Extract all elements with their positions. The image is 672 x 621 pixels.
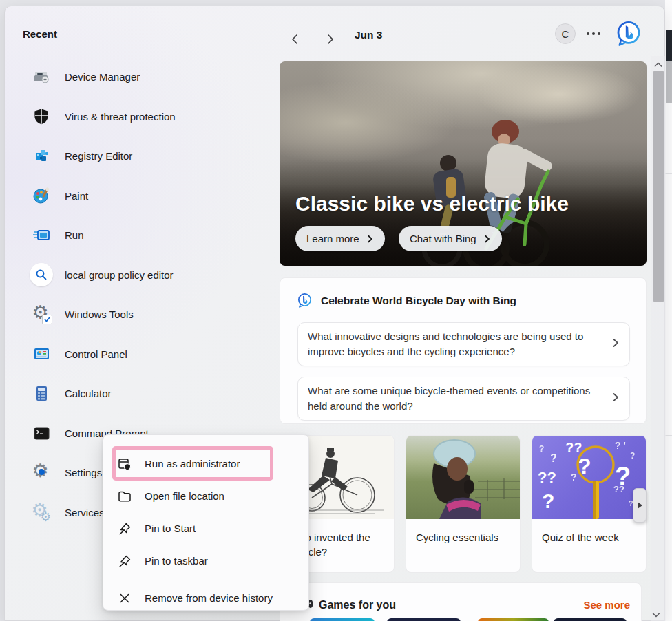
- quiz-image: ? ? ?? ? ' ? ?? ? ? ?? ? ? ?: [532, 436, 646, 519]
- bing-icon: [615, 20, 642, 48]
- menu-item-label: Remove from device history: [145, 592, 273, 604]
- account-avatar[interactable]: C: [555, 23, 576, 44]
- scrollbar-thumb[interactable]: [653, 71, 664, 302]
- chevron-down-icon: [650, 611, 662, 619]
- recent-item-label: Paint: [65, 190, 88, 202]
- pin-icon: [117, 554, 132, 569]
- recent-item-label: Settings: [65, 467, 102, 478]
- chevron-right-icon: [366, 235, 374, 243]
- card-cycling-essentials[interactable]: Cycling essentials: [406, 435, 521, 573]
- date-label: Jun 3: [355, 29, 382, 41]
- recent-item-run[interactable]: Run: [23, 223, 271, 246]
- scrollbar-up-button[interactable]: [653, 59, 663, 71]
- question-text: What are some unique bicycle-themed even…: [308, 383, 602, 414]
- recent-item-label: Control Panel: [65, 348, 127, 360]
- background-window-titlebar: [666, 30, 672, 61]
- card-title: Cycling essentials: [416, 530, 513, 545]
- pin-icon: [117, 521, 132, 536]
- windows-tools-icon: ⚙: [30, 302, 53, 326]
- chevron-up-icon: [653, 61, 663, 68]
- chevron-right-icon: [324, 34, 335, 45]
- run-as-admin-icon: [117, 456, 132, 472]
- recent-item-label: Device Manager: [65, 71, 140, 83]
- folder-icon: [117, 489, 132, 504]
- recent-item-label: Services: [65, 507, 105, 518]
- menu-item-label: Run as administrator: [145, 458, 240, 470]
- forward-button[interactable]: [320, 30, 339, 49]
- hero-card[interactable]: Classic bike vs electric bike Learn more…: [280, 61, 647, 266]
- more-options-button[interactable]: [587, 32, 600, 35]
- card-quiz-of-the-week[interactable]: ? ? ?? ? ' ? ?? ? ? ?? ? ? ? Quiz of the…: [532, 435, 647, 573]
- recent-item-paint[interactable]: Paint: [23, 184, 271, 207]
- chat-with-bing-button[interactable]: Chat with Bing: [399, 226, 502, 251]
- menu-item-run-as-administrator[interactable]: Run as administrator: [109, 448, 303, 480]
- registry-editor-icon: [30, 144, 53, 167]
- menu-item-pin-to-taskbar[interactable]: Pin to taskbar: [109, 545, 303, 577]
- play-arrow-icon: [637, 501, 643, 509]
- recent-item-label: Registry Editor: [65, 150, 132, 162]
- menu-item-label: Pin to Start: [145, 523, 196, 534]
- divider: [665, 173, 672, 174]
- game-thumbnail[interactable]: [310, 618, 375, 621]
- device-manager-icon: [30, 65, 53, 88]
- hero-title: Classic bike vs electric bike: [295, 192, 569, 215]
- settings-gear-icon: ⚙: [30, 461, 53, 484]
- game-thumbnail[interactable]: [387, 618, 461, 621]
- chevron-left-icon: [290, 34, 301, 45]
- suggested-question-2[interactable]: What are some unique bicycle-themed even…: [297, 377, 630, 421]
- recent-item-device-manager[interactable]: Device Manager: [23, 65, 271, 88]
- celebrate-card: Celebrate World Bicycle Day with Bing Wh…: [280, 277, 647, 424]
- recent-item-calculator[interactable]: Calculator: [23, 381, 271, 405]
- menu-item-open-file-location[interactable]: Open file location: [109, 480, 303, 512]
- screen: Recent Jun 3 C Device Manager: [0, 0, 672, 621]
- recent-item-control-panel[interactable]: Control Panel: [23, 342, 271, 366]
- search-window: Recent Jun 3 C Device Manager: [4, 6, 665, 621]
- carousel-next-button[interactable]: [633, 488, 647, 523]
- recent-item-virus-protection[interactable]: Virus & threat protection: [23, 105, 271, 128]
- run-icon: [30, 223, 53, 246]
- see-more-link[interactable]: See more: [583, 599, 630, 611]
- paint-icon: [30, 184, 53, 207]
- menu-separator: [104, 578, 308, 578]
- recent-item-registry-editor[interactable]: Registry Editor: [23, 144, 271, 167]
- game-thumbnail[interactable]: [478, 618, 549, 621]
- search-icon: [30, 263, 53, 286]
- divider: [665, 145, 672, 145]
- recent-item-label: Virus & threat protection: [65, 111, 176, 123]
- learn-more-label: Learn more: [306, 233, 359, 244]
- learn-more-button[interactable]: Learn more: [295, 226, 385, 251]
- background-window-edge: [665, 0, 672, 621]
- menu-item-remove-from-device-history[interactable]: Remove from device history: [109, 582, 303, 614]
- chevron-right-icon: [483, 235, 491, 243]
- bing-chat-button[interactable]: [615, 20, 642, 48]
- menu-item-label: Pin to taskbar: [145, 555, 208, 567]
- divider: [665, 435, 672, 436]
- recent-item-search-suggestion[interactable]: local group policy editor: [23, 263, 271, 286]
- menu-item-pin-to-start[interactable]: Pin to Start: [109, 512, 303, 545]
- celebrate-heading: Celebrate World Bicycle Day with Bing: [321, 295, 516, 307]
- magnifier-graphic: [532, 436, 646, 519]
- menu-item-label: Open file location: [145, 490, 224, 502]
- recent-item-label: Run: [65, 229, 84, 241]
- calculator-icon: [30, 381, 53, 405]
- avatar-letter: C: [562, 28, 569, 40]
- scrollbar-down-button[interactable]: [650, 609, 662, 621]
- services-icon: ⚙ ⚙: [30, 501, 53, 524]
- shield-icon: [30, 105, 53, 128]
- suggested-question-1[interactable]: What innovative designs and technologies…: [297, 322, 630, 366]
- background-window-toolbar: [666, 61, 672, 103]
- back-button[interactable]: [286, 30, 305, 49]
- recent-item-label: Calculator: [65, 388, 112, 399]
- control-panel-icon: [30, 342, 53, 366]
- context-menu: Run as administrator Open file location …: [103, 434, 309, 611]
- chat-with-bing-label: Chat with Bing: [410, 233, 476, 244]
- card-title: Quiz of the week: [542, 530, 639, 545]
- recent-item-label: Windows Tools: [65, 308, 134, 320]
- game-thumbnail[interactable]: [554, 618, 627, 621]
- close-icon: [117, 591, 132, 606]
- command-prompt-icon: [30, 421, 53, 445]
- chevron-right-icon: [611, 391, 620, 406]
- recent-item-windows-tools[interactable]: ⚙ Windows Tools: [23, 302, 271, 326]
- recent-heading: Recent: [23, 28, 57, 40]
- games-heading: Games for you: [319, 599, 396, 611]
